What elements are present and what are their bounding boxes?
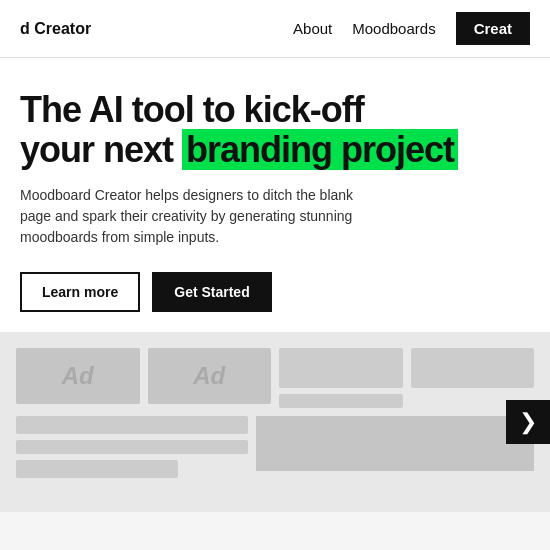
block-1 <box>279 348 403 388</box>
preview-bottom-right <box>256 416 534 471</box>
hero-title-line1: The AI tool to kick-off <box>20 89 364 130</box>
hero-subtitle: Moodboard Creator helps designers to dit… <box>20 185 360 248</box>
text-cell-1 <box>279 394 403 408</box>
nav-cta-button[interactable]: Creat <box>456 12 530 45</box>
text-line-3 <box>16 460 178 478</box>
preview-bottom-left <box>16 416 248 478</box>
hero-title-highlight: branding project <box>182 129 458 170</box>
next-arrow-button[interactable]: ❯ <box>506 400 550 444</box>
hero-buttons: Learn more Get Started <box>20 272 530 312</box>
block-2 <box>411 348 535 388</box>
nav-link-moodboards[interactable]: Moodboards <box>352 20 435 37</box>
preview-col-3 <box>279 348 403 408</box>
ad-card-2: Ad <box>148 348 272 404</box>
hero-title: The AI tool to kick-off your next brandi… <box>20 90 530 169</box>
preview-col-1: Ad <box>16 348 140 408</box>
chevron-right-icon: ❯ <box>519 409 537 435</box>
nav-links: About Moodboards Creat <box>293 12 530 45</box>
text-line-2 <box>16 440 248 454</box>
preview-bottom <box>16 416 534 478</box>
nav-logo: d Creator <box>20 20 91 38</box>
text-line-1 <box>16 416 248 434</box>
preview-col-4 <box>411 348 535 408</box>
learn-more-button[interactable]: Learn more <box>20 272 140 312</box>
hero-section: The AI tool to kick-off your next brandi… <box>0 58 550 332</box>
preview-col-2: Ad <box>148 348 272 408</box>
ad-card-1: Ad <box>16 348 140 404</box>
navbar: d Creator About Moodboards Creat <box>0 0 550 58</box>
preview-section: Ad Ad ❯ <box>0 332 550 512</box>
preview-row-1: Ad Ad <box>16 348 534 408</box>
nav-link-about[interactable]: About <box>293 20 332 37</box>
get-started-button[interactable]: Get Started <box>152 272 271 312</box>
hero-title-line2-prefix: your next <box>20 129 182 170</box>
